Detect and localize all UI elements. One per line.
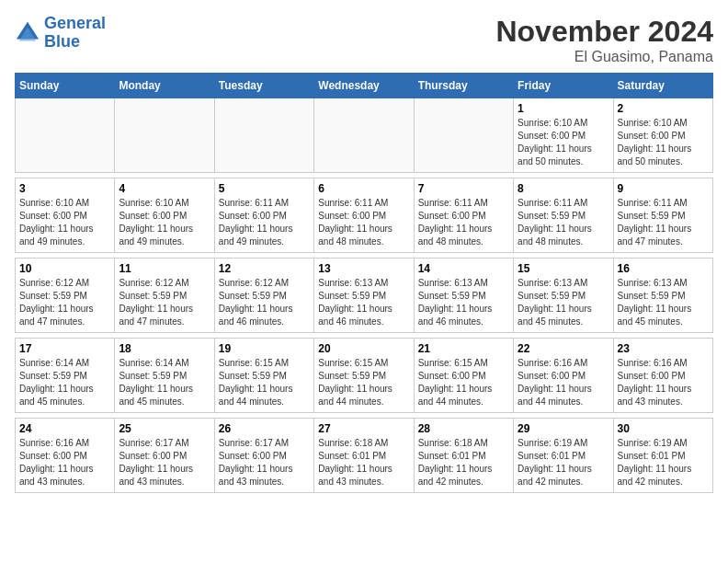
day-number: 8 [518, 182, 609, 195]
day-info: Sunrise: 6:19 AM Sunset: 6:01 PM Dayligh… [618, 437, 709, 488]
logo-line2: Blue [44, 32, 80, 51]
calendar-day-cell [314, 98, 414, 173]
day-number: 20 [318, 342, 409, 355]
day-number: 3 [19, 182, 110, 195]
day-number: 10 [19, 262, 110, 275]
day-info: Sunrise: 6:15 AM Sunset: 6:00 PM Dayligh… [418, 357, 509, 408]
day-number: 7 [418, 182, 509, 195]
day-number: 12 [219, 262, 310, 275]
day-number: 30 [618, 422, 709, 435]
day-info: Sunrise: 6:18 AM Sunset: 6:01 PM Dayligh… [418, 437, 509, 488]
day-number: 9 [618, 182, 709, 195]
day-info: Sunrise: 6:14 AM Sunset: 5:59 PM Dayligh… [119, 357, 210, 408]
day-info: Sunrise: 6:18 AM Sunset: 6:01 PM Dayligh… [318, 437, 409, 488]
day-number: 2 [618, 102, 709, 115]
calendar-day-cell: 28Sunrise: 6:18 AM Sunset: 6:01 PM Dayli… [414, 419, 513, 493]
day-number: 4 [119, 182, 210, 195]
day-number: 15 [518, 262, 609, 275]
day-info: Sunrise: 6:17 AM Sunset: 6:00 PM Dayligh… [219, 437, 310, 488]
day-of-week-header: Thursday [414, 74, 513, 98]
day-info: Sunrise: 6:12 AM Sunset: 5:59 PM Dayligh… [219, 277, 310, 328]
day-number: 11 [119, 262, 210, 275]
calendar-day-cell: 17Sunrise: 6:14 AM Sunset: 5:59 PM Dayli… [16, 339, 115, 413]
calendar-day-cell: 21Sunrise: 6:15 AM Sunset: 6:00 PM Dayli… [414, 339, 513, 413]
calendar-day-cell: 18Sunrise: 6:14 AM Sunset: 5:59 PM Dayli… [115, 339, 214, 413]
calendar-day-cell: 30Sunrise: 6:19 AM Sunset: 6:01 PM Dayli… [613, 419, 712, 493]
day-info: Sunrise: 6:15 AM Sunset: 5:59 PM Dayligh… [219, 357, 310, 408]
day-number: 25 [119, 422, 210, 435]
calendar-day-cell [16, 98, 115, 173]
day-number: 28 [418, 422, 509, 435]
day-number: 23 [618, 342, 709, 355]
day-info: Sunrise: 6:13 AM Sunset: 5:59 PM Dayligh… [418, 277, 509, 328]
day-info: Sunrise: 6:11 AM Sunset: 6:00 PM Dayligh… [418, 197, 509, 248]
day-info: Sunrise: 6:10 AM Sunset: 6:00 PM Dayligh… [618, 117, 709, 168]
day-number: 24 [19, 422, 110, 435]
calendar-day-cell: 19Sunrise: 6:15 AM Sunset: 5:59 PM Dayli… [214, 339, 313, 413]
calendar-day-cell: 24Sunrise: 6:16 AM Sunset: 6:00 PM Dayli… [16, 419, 115, 493]
calendar-week-row: 10Sunrise: 6:12 AM Sunset: 5:59 PM Dayli… [16, 259, 713, 333]
day-number: 19 [219, 342, 310, 355]
calendar-day-cell: 22Sunrise: 6:16 AM Sunset: 6:00 PM Dayli… [514, 339, 613, 413]
page-header: General Blue November 2024 El Guasimo, P… [15, 15, 713, 65]
calendar-day-cell: 2Sunrise: 6:10 AM Sunset: 6:00 PM Daylig… [613, 98, 712, 173]
calendar-day-cell: 10Sunrise: 6:12 AM Sunset: 5:59 PM Dayli… [16, 259, 115, 333]
day-number: 18 [119, 342, 210, 355]
logo-text: General Blue [44, 15, 106, 52]
day-info: Sunrise: 6:14 AM Sunset: 5:59 PM Dayligh… [19, 357, 110, 408]
day-info: Sunrise: 6:10 AM Sunset: 6:00 PM Dayligh… [119, 197, 210, 248]
day-number: 17 [19, 342, 110, 355]
day-info: Sunrise: 6:11 AM Sunset: 6:00 PM Dayligh… [318, 197, 409, 248]
calendar-header-row: SundayMondayTuesdayWednesdayThursdayFrid… [16, 74, 713, 98]
calendar-day-cell: 14Sunrise: 6:13 AM Sunset: 5:59 PM Dayli… [414, 259, 513, 333]
calendar-day-cell: 11Sunrise: 6:12 AM Sunset: 5:59 PM Dayli… [115, 259, 214, 333]
day-info: Sunrise: 6:10 AM Sunset: 6:00 PM Dayligh… [518, 117, 609, 168]
calendar-day-cell: 3Sunrise: 6:10 AM Sunset: 6:00 PM Daylig… [16, 178, 115, 253]
calendar-day-cell: 25Sunrise: 6:17 AM Sunset: 6:00 PM Dayli… [115, 419, 214, 493]
month-title: November 2024 [495, 15, 713, 49]
day-of-week-header: Tuesday [214, 74, 313, 98]
day-info: Sunrise: 6:13 AM Sunset: 5:59 PM Dayligh… [318, 277, 409, 328]
day-of-week-header: Saturday [613, 74, 712, 98]
calendar-day-cell: 6Sunrise: 6:11 AM Sunset: 6:00 PM Daylig… [314, 178, 414, 253]
day-of-week-header: Friday [514, 74, 613, 98]
day-info: Sunrise: 6:10 AM Sunset: 6:00 PM Dayligh… [19, 197, 110, 248]
logo-line1: General [44, 14, 106, 32]
day-number: 5 [219, 182, 310, 195]
location-subtitle: El Guasimo, Panama [495, 49, 713, 65]
calendar-day-cell: 26Sunrise: 6:17 AM Sunset: 6:00 PM Dayli… [214, 419, 313, 493]
calendar-table: SundayMondayTuesdayWednesdayThursdayFrid… [15, 73, 713, 493]
calendar-day-cell: 7Sunrise: 6:11 AM Sunset: 6:00 PM Daylig… [414, 178, 513, 253]
day-of-week-header: Wednesday [314, 74, 414, 98]
day-number: 13 [318, 262, 409, 275]
calendar-week-row: 3Sunrise: 6:10 AM Sunset: 6:00 PM Daylig… [16, 178, 713, 253]
calendar-week-row: 17Sunrise: 6:14 AM Sunset: 5:59 PM Dayli… [16, 339, 713, 413]
day-info: Sunrise: 6:16 AM Sunset: 6:00 PM Dayligh… [19, 437, 110, 488]
calendar-day-cell: 9Sunrise: 6:11 AM Sunset: 5:59 PM Daylig… [613, 178, 712, 253]
day-number: 16 [618, 262, 709, 275]
day-info: Sunrise: 6:16 AM Sunset: 6:00 PM Dayligh… [618, 357, 709, 408]
logo-icon [15, 20, 40, 46]
day-number: 22 [518, 342, 609, 355]
day-info: Sunrise: 6:17 AM Sunset: 6:00 PM Dayligh… [119, 437, 210, 488]
day-number: 21 [418, 342, 509, 355]
calendar-day-cell: 4Sunrise: 6:10 AM Sunset: 6:00 PM Daylig… [115, 178, 214, 253]
day-of-week-header: Monday [115, 74, 214, 98]
calendar-day-cell: 20Sunrise: 6:15 AM Sunset: 5:59 PM Dayli… [314, 339, 414, 413]
day-number: 1 [518, 102, 609, 115]
calendar-day-cell: 5Sunrise: 6:11 AM Sunset: 6:00 PM Daylig… [214, 178, 313, 253]
calendar-day-cell: 1Sunrise: 6:10 AM Sunset: 6:00 PM Daylig… [514, 98, 613, 173]
calendar-day-cell [414, 98, 513, 173]
day-number: 26 [219, 422, 310, 435]
calendar-week-row: 24Sunrise: 6:16 AM Sunset: 6:00 PM Dayli… [16, 419, 713, 493]
day-info: Sunrise: 6:12 AM Sunset: 5:59 PM Dayligh… [119, 277, 210, 328]
calendar-day-cell: 29Sunrise: 6:19 AM Sunset: 6:01 PM Dayli… [514, 419, 613, 493]
calendar-week-row: 1Sunrise: 6:10 AM Sunset: 6:00 PM Daylig… [16, 98, 713, 173]
day-number: 14 [418, 262, 509, 275]
title-block: November 2024 El Guasimo, Panama [495, 15, 713, 65]
day-info: Sunrise: 6:13 AM Sunset: 5:59 PM Dayligh… [618, 277, 709, 328]
day-number: 6 [318, 182, 409, 195]
day-info: Sunrise: 6:11 AM Sunset: 5:59 PM Dayligh… [518, 197, 609, 248]
day-info: Sunrise: 6:13 AM Sunset: 5:59 PM Dayligh… [518, 277, 609, 328]
calendar-day-cell [115, 98, 214, 173]
